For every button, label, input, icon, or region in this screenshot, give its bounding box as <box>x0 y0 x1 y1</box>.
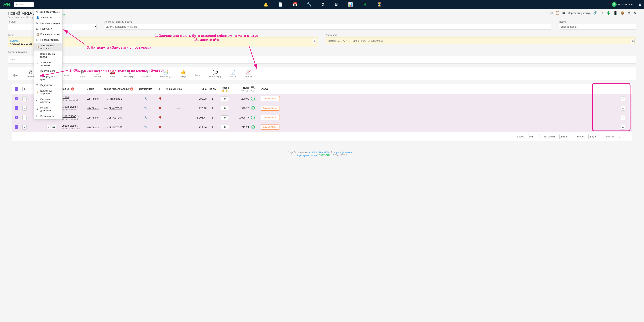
subtotal-input[interactable] <box>588 134 600 139</box>
supplier-link[interactable]: 3іп-АВТО S <box>109 107 122 110</box>
menu-check-price[interactable]: 🏷Перевірити ціну <box>34 37 62 43</box>
menu-return-workshop[interactable]: ←Повернути з цеху <box>34 74 62 82</box>
user-area[interactable]: R Максим Іванов ⊞ <box>612 2 641 7</box>
reserve-input[interactable] <box>221 116 229 120</box>
row-burger-button[interactable]: ≡ <box>22 96 27 101</box>
menu-change-status[interactable]: ✎Змінити статус› <box>34 9 62 15</box>
tab-feedback[interactable]: 👍відгук <box>179 67 188 80</box>
bell-icon[interactable]: 🔔 <box>264 2 268 7</box>
tab-request[interactable]: 📋заявка <box>93 67 102 80</box>
tab-other[interactable]: Інше <box>194 70 202 80</box>
brand-link[interactable]: Wix Filters <box>87 97 99 100</box>
code-link[interactable]: 28113F2000 <box>62 124 76 127</box>
menu-install[interactable]: ☐Встановити <box>34 113 62 119</box>
row-menu-button[interactable]: ≡ <box>621 96 625 101</box>
profit-input[interactable] <box>618 134 629 139</box>
trash-icon[interactable]: 🗑 <box>627 11 631 15</box>
schedule-icon[interactable]: 🗓 <box>334 2 338 7</box>
tab-map[interactable]: 🗺карта <box>78 67 87 80</box>
tablet-icon[interactable]: 📱 <box>613 11 618 15</box>
row-menu-button[interactable]: ≡ <box>621 106 625 110</box>
help-icon[interactable]: ? <box>251 89 254 92</box>
row-menu-button[interactable]: ≡ <box>621 125 625 130</box>
swap-icon[interactable]: ⇄ <box>562 11 565 15</box>
row-burger-button[interactable]: ≡ <box>22 125 27 130</box>
tab-recom[interactable]: 📑реком-ції (0) <box>158 67 173 80</box>
user-agreement-link[interactable]: Користувача угода <box>297 154 317 156</box>
menu-update-statuses[interactable]: ↻Оновити статуси <box>34 20 62 26</box>
reserve-input[interactable] <box>221 96 229 101</box>
wrench-icon[interactable]: 🔧 <box>144 97 148 100</box>
menu-group[interactable]: ⊞Групувати <box>34 26 62 32</box>
row-burger-button[interactable]: ≡ <box>22 106 27 110</box>
code-link[interactable]: 97133F2000 <box>62 106 76 108</box>
status-button[interactable]: Замовити з/ч <box>260 115 280 120</box>
client-burger-icon[interactable]: ≡ <box>313 39 316 43</box>
wrench-icon[interactable]: 🔧 <box>144 126 148 128</box>
tab-comments[interactable]: 💬комен-рі (0) <box>208 67 222 80</box>
menu-add-favorites[interactable]: ★Додати до Обраних <box>34 88 62 96</box>
status-button[interactable]: Замовити з/ч <box>260 124 280 130</box>
copy-icon[interactable]: ⧉ <box>77 115 78 118</box>
wrench-icon[interactable]: 🔧 <box>144 116 148 119</box>
clear-supplier-icon[interactable]: ✕ <box>130 88 134 90</box>
menu-copy-rows[interactable]: 📋Копіювати рядки <box>34 32 62 37</box>
support-email[interactable]: support@carbook.pro <box>334 151 356 154</box>
brand-link[interactable]: Wix Filters <box>87 107 99 110</box>
tab-review[interactable]: 🚗огляд <box>108 67 117 80</box>
menu-order-supplier[interactable]: 📋Замовити у постачал. <box>34 43 62 51</box>
status-button[interactable]: Замовити з/ч <box>260 106 280 110</box>
auto-burger-icon[interactable]: ≡ <box>631 39 634 43</box>
support-phone[interactable]: +38(044) 389-3355 <box>309 151 328 154</box>
row-burger-button[interactable]: ≡ <box>22 115 27 120</box>
mileage-input[interactable] <box>559 24 636 30</box>
supplier-link[interactable]: 3іп-АВТО S <box>109 126 122 128</box>
link-icon[interactable]: 🔗 <box>593 11 598 15</box>
discount-input[interactable] <box>528 134 540 139</box>
reserve-input[interactable] <box>221 106 229 110</box>
dollar-icon[interactable]: 💲 <box>362 2 367 7</box>
code-link[interactable]: 51064 <box>62 96 69 99</box>
edit-button[interactable]: ✎ <box>46 125 50 129</box>
status-link[interactable]: Перевести у статус <box>568 12 590 14</box>
row-checkbox[interactable]: ✓ <box>15 106 18 110</box>
menu-delete[interactable]: 🗑Видалити <box>34 82 62 88</box>
lock-icons[interactable]: 🔒 🔓 <box>218 89 232 92</box>
menu-accept-stock[interactable]: ✓Прийняти на склад <box>34 51 62 60</box>
row-checkbox[interactable]: ✓ <box>15 97 18 100</box>
apps-icon[interactable]: ⊞ <box>638 3 641 6</box>
copy-icon[interactable]: ⧉ <box>77 106 78 108</box>
file-plus-icon[interactable]: 📄 <box>278 2 283 7</box>
supplier-link[interactable]: Інтеркарс S <box>109 97 122 100</box>
reserve-input[interactable] <box>221 125 229 129</box>
eye-slash-icon[interactable]: 👁 <box>166 88 168 90</box>
status-button[interactable]: Замовити з/ч <box>260 96 280 101</box>
money-icon[interactable]: 💲 <box>606 11 610 15</box>
archive-icon[interactable]: 📦 <box>620 11 624 15</box>
row-checkbox[interactable]: ✓ <box>15 125 18 129</box>
print-icon[interactable]: 🖨 <box>600 11 604 15</box>
gear-icon[interactable]: ⚙ <box>322 2 325 7</box>
bulk-burger-button[interactable]: ≡ <box>22 87 26 91</box>
tab-posts[interactable]: 🏗пости (1) <box>122 67 134 80</box>
wrench-icon[interactable]: 🔧 <box>307 2 312 7</box>
tab-stats[interactable]: 📈стат-ка <box>243 67 253 80</box>
help-icon[interactable]: ?⃝ <box>550 11 553 15</box>
search-input[interactable]: Пошук <box>14 2 34 7</box>
calendar-icon[interactable]: 📅 <box>292 2 297 7</box>
photo-button[interactable]: 📷 <box>51 125 56 129</box>
tab-data[interactable]: Дані <box>12 70 20 80</box>
close-icon[interactable]: ✕ <box>634 11 636 15</box>
markup-input[interactable] <box>104 24 551 30</box>
menu-zapchastyst[interactable]: 👤Запчастист› <box>34 15 62 20</box>
client-name[interactable]: Дмитро <box>10 40 18 42</box>
comments-box[interactable]: ієнта <box>8 56 636 64</box>
hourglass-icon[interactable]: ⏳ <box>377 2 382 7</box>
brand-link[interactable]: Wix Filters <box>87 126 99 128</box>
supplier-link[interactable]: 3іп-АВТО S <box>109 116 122 119</box>
row-checkbox[interactable]: ✓ <box>15 116 18 119</box>
copy-icon[interactable]: ⧉ <box>70 96 71 99</box>
menu-give-workshop[interactable]: →Видати в цех <box>34 68 62 74</box>
row-menu-button[interactable]: ≡ <box>621 115 625 120</box>
brand-link[interactable]: Wix Filters <box>87 116 99 119</box>
